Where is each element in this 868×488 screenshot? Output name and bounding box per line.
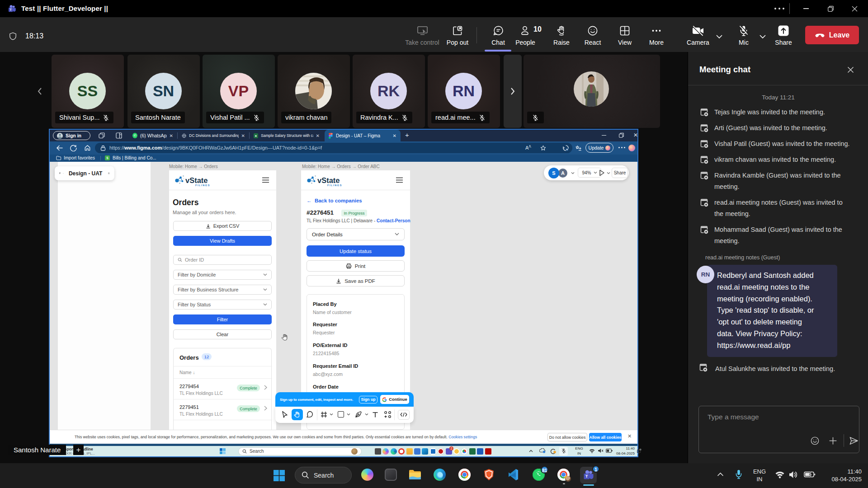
svg-text:vState: vState bbox=[185, 176, 208, 184]
svg-text:T: T bbox=[585, 474, 588, 479]
svg-text:vState: vState bbox=[317, 176, 340, 184]
svg-text:FILINGS: FILINGS bbox=[195, 184, 210, 187]
svg-text:T: T bbox=[9, 8, 12, 12]
svg-text:FILINGS: FILINGS bbox=[327, 184, 342, 187]
